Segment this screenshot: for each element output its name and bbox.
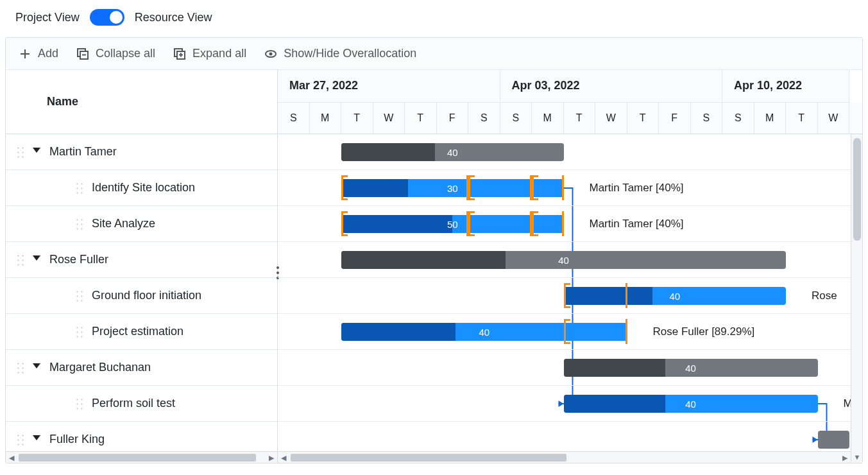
- summary-bar[interactable]: [818, 431, 850, 449]
- bar-row: 40Rose: [278, 278, 855, 314]
- bar-row: 40: [278, 242, 855, 278]
- weeks-row: Mar 27, 2022Apr 03, 2022Apr 10, 2022: [278, 70, 862, 102]
- task-name: Identify Site location: [92, 181, 195, 194]
- task-bar[interactable]: 40: [564, 395, 818, 413]
- bar-progress-label: 40: [447, 147, 458, 158]
- svg-point-5: [269, 52, 273, 55]
- bar-progress-label: 40: [685, 363, 696, 374]
- right-v-scrollbar[interactable]: ▼: [851, 134, 862, 463]
- day-header-cell: S: [468, 102, 500, 134]
- toolbar: Add Collapse all Expand all Show/Hide Ov…: [6, 38, 862, 70]
- week-header-cell: Apr 03, 2022: [500, 70, 723, 102]
- right-panel: Mar 27, 2022Apr 03, 2022Apr 10, 2022 SMT…: [278, 70, 862, 463]
- chevron-down-icon[interactable]: [33, 148, 42, 157]
- task-row[interactable]: Site Analyze: [6, 206, 277, 242]
- week-header-cell: Mar 27, 2022: [278, 70, 500, 102]
- overallocation-marker: [564, 283, 627, 308]
- day-header-cell: W: [818, 102, 850, 134]
- view-toggle-bar: Project View Resource View: [0, 0, 868, 35]
- drag-handle-icon[interactable]: [16, 361, 25, 374]
- collapse-all-button[interactable]: Collapse all: [76, 47, 155, 60]
- collapse-icon: [76, 48, 89, 60]
- day-header-cell: M: [754, 102, 787, 134]
- task-name: Rose Fuller: [49, 253, 108, 266]
- task-row[interactable]: Fuller King: [6, 422, 277, 451]
- drag-handle-icon[interactable]: [75, 325, 84, 338]
- timeline-body[interactable]: 4030Martin Tamer [40%]50Martin Tamer [40…: [278, 134, 862, 462]
- bar-progress-label: 50: [447, 219, 458, 230]
- day-header-cell: M: [532, 102, 564, 134]
- task-rows: Martin TamerIdentify Site locationSite A…: [6, 134, 277, 451]
- task-name: Martin Tamer: [49, 145, 117, 159]
- day-header-cell: F: [437, 102, 469, 134]
- summary-bar[interactable]: 40: [341, 143, 564, 161]
- week-header-cell: Apr 10, 2022: [722, 70, 849, 102]
- task-name: Margaret Buchanan: [49, 361, 151, 374]
- bar-assignee-label: Rose Fuller [89.29%]: [653, 314, 755, 350]
- day-header-cell: S: [500, 102, 532, 134]
- day-header-cell: F: [659, 102, 691, 134]
- right-h-scrollbar[interactable]: ◀ ▶: [278, 451, 851, 463]
- drag-handle-icon[interactable]: [75, 218, 84, 230]
- collapse-all-label: Collapse all: [96, 47, 155, 60]
- days-row: SMTWTFSSMTWTFSSMTW: [278, 102, 862, 134]
- expand-all-button[interactable]: Expand all: [173, 47, 246, 60]
- task-row[interactable]: Project estimation: [6, 314, 277, 350]
- overallocation-marker: [468, 211, 532, 236]
- overallocation-marker: [532, 175, 564, 200]
- bar-row: 40Rose Fuller [89.29%]: [278, 314, 855, 350]
- task-row[interactable]: Rose Fuller: [6, 242, 277, 278]
- task-name: Ground floor initiation: [92, 289, 201, 302]
- expand-icon: [173, 48, 186, 60]
- day-header-cell: S: [722, 102, 754, 134]
- overallocation-marker: [564, 319, 627, 344]
- project-view-label: Project View: [15, 11, 80, 24]
- drag-handle-icon[interactable]: [75, 397, 84, 410]
- day-header-cell: W: [373, 102, 405, 134]
- chevron-down-icon[interactable]: [33, 255, 42, 264]
- add-button[interactable]: Add: [19, 47, 58, 60]
- day-header-cell: S: [278, 102, 310, 134]
- bar-progress-label: 40: [479, 327, 489, 338]
- task-name: Site Analyze: [92, 217, 155, 230]
- show-hide-label: Show/Hide Overallocation: [284, 47, 416, 60]
- name-column-header[interactable]: Name: [6, 70, 277, 134]
- drag-handle-icon[interactable]: [16, 254, 25, 266]
- day-header-cell: T: [786, 102, 818, 134]
- day-header-cell: T: [341, 102, 373, 134]
- overallocation-marker: [468, 175, 532, 200]
- gantt-container: Add Collapse all Expand all Show/Hide Ov…: [5, 37, 863, 463]
- task-row[interactable]: Ground floor initiation: [6, 278, 277, 314]
- task-row[interactable]: Margaret Buchanan: [6, 350, 277, 386]
- show-hide-overallocation-button[interactable]: Show/Hide Overallocation: [264, 47, 416, 60]
- plus-icon: [19, 48, 31, 60]
- task-row[interactable]: Identify Site location: [6, 170, 277, 206]
- chevron-down-icon[interactable]: [33, 363, 42, 372]
- task-name: Fuller King: [49, 433, 105, 446]
- task-row[interactable]: Martin Tamer: [6, 134, 277, 170]
- drag-handle-icon[interactable]: [75, 289, 84, 302]
- left-panel: Name Martin TamerIdentify Site locationS…: [6, 70, 278, 463]
- day-header-cell: S: [691, 102, 723, 134]
- chevron-down-icon[interactable]: [33, 435, 42, 444]
- left-h-scrollbar[interactable]: ◀ ▶: [6, 451, 277, 463]
- bar-progress-label: 40: [685, 399, 696, 410]
- bar-progress-label: 40: [669, 291, 680, 302]
- bar-progress-label: 40: [558, 255, 569, 266]
- bar-assignee-label: Rose: [812, 278, 837, 314]
- summary-bar[interactable]: 40: [564, 359, 818, 377]
- view-switch[interactable]: [90, 9, 124, 26]
- drag-handle-icon[interactable]: [16, 433, 25, 446]
- resource-view-label: Resource View: [135, 11, 212, 24]
- bar-progress-label: 30: [447, 183, 458, 194]
- eye-icon: [264, 48, 277, 60]
- drag-handle-icon[interactable]: [75, 182, 84, 194]
- summary-bar[interactable]: 40: [341, 251, 786, 269]
- add-label: Add: [38, 47, 58, 60]
- expand-all-label: Expand all: [192, 47, 246, 60]
- task-name: Project estimation: [92, 325, 183, 338]
- timeline-header: Mar 27, 2022Apr 03, 2022Apr 10, 2022 SMT…: [278, 70, 862, 134]
- task-row[interactable]: Perform soil test: [6, 386, 277, 422]
- day-header-cell: T: [627, 102, 660, 134]
- drag-handle-icon[interactable]: [16, 146, 25, 159]
